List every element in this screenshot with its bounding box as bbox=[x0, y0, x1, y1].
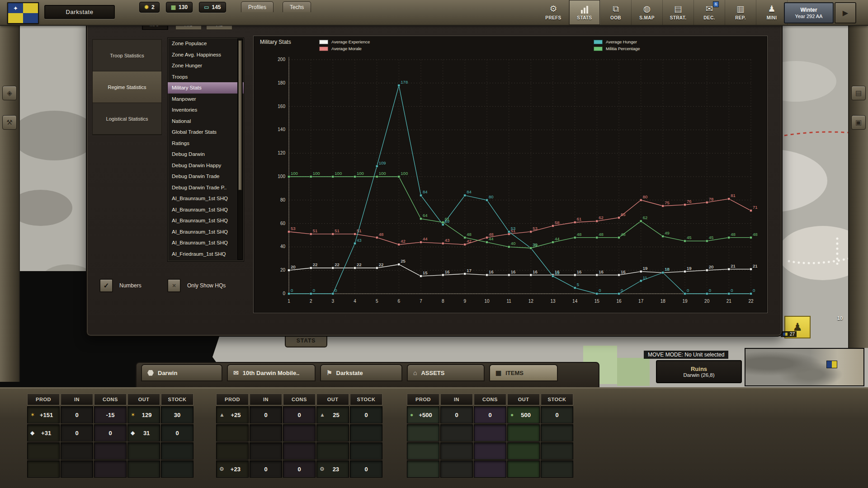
bottom-tab-darwin[interactable]: Darwin bbox=[141, 364, 222, 381]
topbar-button-mini[interactable]: ♟MINI bbox=[756, 0, 788, 25]
stat-list-item[interactable]: AI_Braunraum_1st SHQ bbox=[168, 226, 244, 238]
category-logistical-statistics[interactable]: Logistical Statistics bbox=[93, 103, 161, 135]
checkbox-box[interactable]: ✕ bbox=[167, 279, 181, 292]
stat-list-item[interactable]: Global Trader Stats bbox=[168, 127, 244, 138]
resource-column-header: IN bbox=[61, 394, 93, 405]
stat-list-item[interactable]: Troops bbox=[168, 71, 244, 83]
stat-list-scrollbar[interactable] bbox=[237, 38, 243, 260]
food-icon: ✶ bbox=[30, 412, 35, 418]
bottom-tab-10th-darwin-mobile[interactable]: ✉10th Darwin Mobile.. bbox=[227, 364, 316, 381]
legend-swatch bbox=[594, 40, 603, 44]
bottom-tab-darkstate[interactable]: ⚑Darkstate bbox=[320, 364, 402, 381]
svg-text:71: 71 bbox=[753, 205, 758, 210]
svg-text:5: 5 bbox=[376, 299, 378, 304]
report-icon: ▥ bbox=[736, 5, 745, 14]
resource-chip-card[interactable]: ▭145 bbox=[199, 2, 226, 13]
move-mode-status: MOVE MODE: No Unit selected bbox=[644, 351, 728, 359]
resource-chip-grid[interactable]: ▦130 bbox=[166, 2, 193, 13]
topbar-button-oob[interactable]: ⧉OOB bbox=[600, 0, 632, 25]
stat-list-item[interactable]: AI_Braunraum_1st SHQ bbox=[168, 215, 244, 226]
resource-column-header: OUT bbox=[127, 394, 160, 405]
resource-cell: ▲+25 bbox=[216, 406, 249, 423]
topbar-button-rep[interactable]: ▥REP. bbox=[725, 0, 756, 25]
bottom-tab-items[interactable]: ▦ITEMS bbox=[489, 364, 558, 381]
svg-text:51: 51 bbox=[313, 228, 318, 233]
stat-list-item[interactable]: Zone Hunger bbox=[168, 60, 244, 71]
bank-icon: ⌂ bbox=[413, 369, 417, 376]
stat-list-item[interactable]: Military Stats bbox=[168, 82, 244, 94]
resource-cell bbox=[161, 460, 193, 478]
checkbox-box[interactable]: ✓ bbox=[99, 279, 113, 292]
fuel-icon: ▲ bbox=[219, 412, 225, 418]
stat-list-item[interactable]: Debug Darwin Happy bbox=[168, 160, 244, 171]
topbar-button-prefs[interactable]: ⚙PREFS bbox=[538, 0, 569, 25]
bottom-tab-assets[interactable]: ⌂ASSETS bbox=[407, 364, 485, 381]
resource-cell bbox=[127, 460, 160, 478]
stat-list-item[interactable]: AI_Friedraum_1st SHQ bbox=[168, 249, 244, 260]
svg-text:48: 48 bbox=[753, 232, 758, 237]
stat-list-item[interactable]: Zone Avg. Happiness bbox=[168, 49, 244, 61]
map-tool-layers-icon[interactable]: ▤ bbox=[851, 86, 866, 100]
svg-text:7: 7 bbox=[420, 299, 422, 304]
svg-text:21: 21 bbox=[753, 263, 758, 268]
regime-flag[interactable]: ✦ bbox=[7, 2, 39, 24]
category-troop-statistics[interactable]: Troop Statistics bbox=[93, 40, 161, 71]
grid-icon: ▦ bbox=[171, 4, 176, 10]
checkbox-label: Numbers bbox=[119, 282, 142, 289]
svg-text:17: 17 bbox=[638, 299, 644, 304]
numbers-checkbox[interactable]: ✓ Numbers bbox=[99, 279, 142, 292]
resource-chip-star[interactable]: ✹2 bbox=[139, 2, 160, 13]
category-regime-statistics[interactable]: Regime Statistics bbox=[93, 71, 161, 103]
svg-text:48: 48 bbox=[577, 232, 582, 237]
only-show-hqs-checkbox[interactable]: ✕ Only Show HQs bbox=[167, 279, 226, 292]
stat-list-item[interactable]: AI_Braunraum_1st SHQ bbox=[168, 193, 244, 204]
scrollbar-thumb[interactable] bbox=[238, 40, 242, 190]
svg-text:60: 60 bbox=[280, 221, 286, 226]
stat-list-item[interactable]: National bbox=[168, 116, 244, 127]
stats-panel-tab[interactable]: STATS bbox=[285, 335, 327, 347]
resource-cell: ●+500 bbox=[407, 406, 439, 423]
resource-column-header: PROD bbox=[27, 394, 60, 405]
topbar-button-label: OOB bbox=[610, 15, 621, 20]
topbar-button-stats[interactable]: STATS bbox=[569, 0, 600, 25]
stat-list-item[interactable]: Debug Darwin Trade bbox=[168, 171, 244, 182]
svg-text:53: 53 bbox=[291, 226, 296, 231]
resource-cell bbox=[27, 442, 60, 460]
stat-list-item[interactable]: Inventories bbox=[168, 104, 244, 116]
svg-text:2: 2 bbox=[310, 299, 312, 304]
topbar-button-smap[interactable]: ◍S.MAP bbox=[632, 0, 663, 25]
svg-text:0: 0 bbox=[731, 288, 733, 293]
svg-text:1: 1 bbox=[288, 299, 290, 304]
stat-list-item[interactable]: Manpower bbox=[168, 94, 244, 105]
map-tool-engineer-icon[interactable]: ⚒ bbox=[2, 115, 17, 130]
water-icon: ◆ bbox=[30, 430, 34, 436]
stat-list-item[interactable]: Debug Darwin bbox=[168, 149, 244, 160]
stat-list-item[interactable]: AI_Braunraum_1st SHQ bbox=[168, 237, 244, 249]
resource-value: 145 bbox=[212, 4, 221, 10]
tab-techs[interactable]: Techs bbox=[283, 1, 311, 12]
tab-profiles[interactable]: Profiles bbox=[241, 1, 274, 12]
stat-list-item[interactable]: AI_Braunraum_1st SHQ bbox=[168, 204, 244, 216]
resource-cell: 0 bbox=[161, 424, 193, 441]
hexes-icon bbox=[147, 370, 154, 376]
stat-list-item[interactable]: Debug Darwin Trade P.. bbox=[168, 182, 244, 193]
resource-value: 0 bbox=[353, 466, 379, 473]
legend-item: Militia Percentage bbox=[594, 46, 640, 51]
end-turn-arrow-icon[interactable]: ▶ bbox=[835, 2, 856, 23]
map-tool-shield-icon[interactable]: ◈ bbox=[2, 86, 17, 100]
resource-cell: ✶+151 bbox=[27, 406, 60, 423]
resource-value: 25 bbox=[326, 412, 346, 418]
resource-cell bbox=[94, 442, 127, 460]
minimap[interactable] bbox=[745, 348, 864, 386]
stat-list-item[interactable]: Ratings bbox=[168, 138, 244, 149]
map-tool-notes-icon[interactable]: ▣ bbox=[851, 115, 866, 130]
topbar-button-dec[interactable]: ✉DEC.6 bbox=[694, 0, 725, 25]
svg-text:12: 12 bbox=[528, 299, 534, 304]
svg-text:20: 20 bbox=[709, 264, 714, 269]
topbar-button-strat[interactable]: ▤STRAT. bbox=[663, 0, 694, 25]
chart-panel: Military Stats Average ExperienceAverage… bbox=[253, 36, 768, 313]
notification-badge: 6 bbox=[713, 1, 719, 7]
stat-list-item[interactable]: Zone Populace bbox=[168, 38, 244, 49]
resource-column-header: STOCK bbox=[161, 394, 193, 405]
legend-label: Average Morale bbox=[331, 46, 362, 51]
